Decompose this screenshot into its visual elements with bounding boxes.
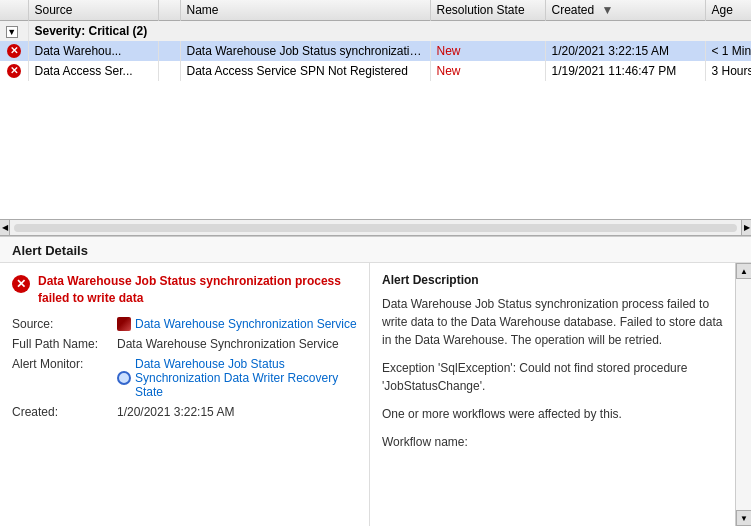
fullpath-row: Full Path Name: Data Warehouse Synchroni… bbox=[12, 337, 357, 351]
alert-title-row: ✕ Data Warehouse Job Status synchronizat… bbox=[12, 273, 357, 307]
alerts-table: Source Name Resolution State Created ▼ A… bbox=[0, 0, 751, 81]
created-value: 1/20/2021 3:22:15 AM bbox=[117, 405, 357, 419]
group-expand-cell[interactable]: ▼ bbox=[0, 21, 28, 41]
source-label: Source: bbox=[12, 317, 117, 331]
col-header-age[interactable]: Age bbox=[705, 0, 751, 21]
group-collapse-icon[interactable]: ▼ bbox=[6, 26, 18, 38]
col-header-created[interactable]: Created ▼ bbox=[545, 0, 705, 21]
hscroll-right-btn[interactable]: ▶ bbox=[741, 220, 751, 236]
alert-error-icon: ✕ bbox=[12, 275, 30, 293]
desc-text-4: Workflow name: bbox=[382, 433, 723, 451]
row-icon-cell-2: ✕ bbox=[0, 61, 28, 81]
name-cell-2: Data Access Service SPN Not Registered bbox=[180, 61, 430, 81]
fullpath-label: Full Path Name: bbox=[12, 337, 117, 351]
alerts-table-container: Source Name Resolution State Created ▼ A… bbox=[0, 0, 751, 220]
horizontal-scrollbar[interactable]: ◀ ▶ bbox=[0, 220, 751, 236]
monitor-value: Data Warehouse Job Status Synchronizatio… bbox=[117, 357, 357, 399]
row-icon-cell-1: ✕ bbox=[0, 41, 28, 61]
source-link[interactable]: Data Warehouse Synchronization Service bbox=[135, 317, 357, 331]
col-header-icon2[interactable] bbox=[158, 0, 180, 21]
row-icon2-cell-2 bbox=[158, 61, 180, 81]
group-label: Severity: Critical (2) bbox=[28, 21, 751, 41]
name-cell-1: Data Warehouse Job Status synchronizatio… bbox=[180, 41, 430, 61]
col-header-name[interactable]: Name bbox=[180, 0, 430, 21]
fullpath-value: Data Warehouse Synchronization Service bbox=[117, 337, 357, 351]
created-label: Created: bbox=[12, 405, 117, 419]
row-icon2-cell-1 bbox=[158, 41, 180, 61]
desc-text-1: Data Warehouse Job Status synchronizatio… bbox=[382, 295, 723, 349]
source-row: Source: Data Warehouse Synchronization S… bbox=[12, 317, 357, 331]
desc-text-2: Exception 'SqlException': Could not find… bbox=[382, 359, 723, 395]
created-row: Created: 1/20/2021 3:22:15 AM bbox=[12, 405, 357, 419]
source-cell-1: Data Warehou... bbox=[28, 41, 158, 61]
hscroll-track[interactable] bbox=[14, 224, 737, 232]
col-header-source[interactable]: Source bbox=[28, 0, 158, 21]
vertical-scrollbar[interactable]: ▲ ▼ bbox=[735, 263, 751, 526]
source-link-row: Data Warehouse Synchronization Service bbox=[117, 317, 357, 331]
error-icon-2: ✕ bbox=[7, 64, 21, 78]
vscroll-track bbox=[736, 279, 751, 510]
monitor-link[interactable]: Data Warehouse Job Status Synchronizatio… bbox=[135, 357, 357, 399]
source-value: Data Warehouse Synchronization Service bbox=[117, 317, 357, 331]
age-cell-1: < 1 Minute bbox=[705, 41, 751, 61]
alert-title-icon: ✕ bbox=[12, 275, 30, 293]
resolution-cell-1: New bbox=[430, 41, 545, 61]
details-header: Alert Details bbox=[0, 237, 751, 263]
monitor-row: Alert Monitor: Data Warehouse Job Status… bbox=[12, 357, 357, 399]
resolution-cell-2: New bbox=[430, 61, 545, 81]
hscroll-left-btn[interactable]: ◀ bbox=[0, 220, 10, 236]
table-row[interactable]: ✕ Data Access Ser... Data Access Service… bbox=[0, 61, 751, 81]
created-cell-2: 1/19/2021 11:46:47 PM bbox=[545, 61, 705, 81]
vscroll-up-btn[interactable]: ▲ bbox=[736, 263, 751, 279]
monitor-icon bbox=[117, 371, 131, 385]
db-icon bbox=[117, 317, 131, 331]
desc-header: Alert Description bbox=[382, 273, 723, 287]
alert-title-text: Data Warehouse Job Status synchronizatio… bbox=[38, 273, 357, 307]
details-panel: Alert Details ✕ Data Warehouse Job Statu… bbox=[0, 236, 751, 526]
desc-text-3: One or more workflows were affected by t… bbox=[382, 405, 723, 423]
age-cell-2: 3 Hours, 35 Mi... bbox=[705, 61, 751, 81]
sort-arrow-icon: ▼ bbox=[602, 3, 614, 17]
details-body: ✕ Data Warehouse Job Status synchronizat… bbox=[0, 263, 751, 526]
vscroll-down-btn[interactable]: ▼ bbox=[736, 510, 751, 526]
col-header-resolution[interactable]: Resolution State bbox=[430, 0, 545, 21]
details-right-panel: Alert Description Data Warehouse Job Sta… bbox=[370, 263, 735, 526]
source-cell-2: Data Access Ser... bbox=[28, 61, 158, 81]
group-row-critical[interactable]: ▼ Severity: Critical (2) bbox=[0, 21, 751, 41]
monitor-link-row: Data Warehouse Job Status Synchronizatio… bbox=[117, 357, 357, 399]
error-icon-1: ✕ bbox=[7, 44, 21, 58]
monitor-label: Alert Monitor: bbox=[12, 357, 117, 371]
details-left-panel: ✕ Data Warehouse Job Status synchronizat… bbox=[0, 263, 370, 526]
col-header-icon1[interactable] bbox=[0, 0, 28, 21]
created-cell-1: 1/20/2021 3:22:15 AM bbox=[545, 41, 705, 61]
table-row[interactable]: ✕ Data Warehou... Data Warehouse Job Sta… bbox=[0, 41, 751, 61]
